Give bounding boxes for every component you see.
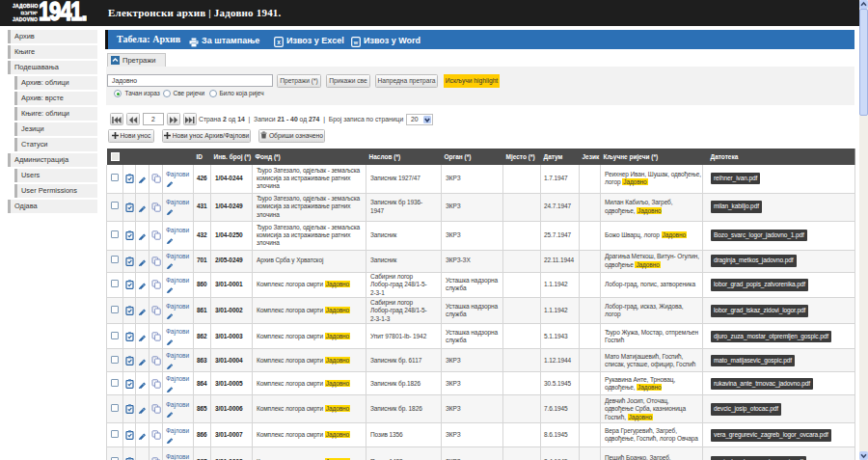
svg-text:w: w <box>353 40 359 45</box>
svg-text:x: x <box>277 39 281 45</box>
